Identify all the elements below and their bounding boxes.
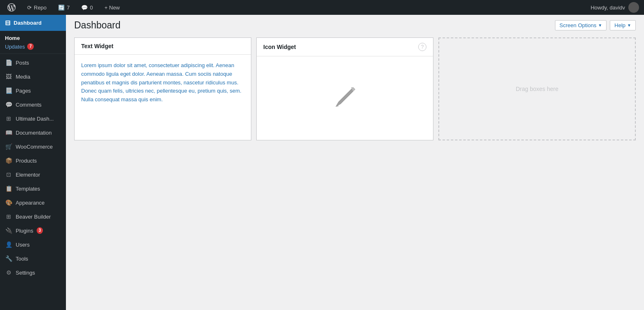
drag-box[interactable]: Drag boxes here — [438, 37, 636, 140]
sidebar-item-pages[interactable]: 📃Pages — [0, 84, 66, 98]
sidebar-item-ultimate-dash[interactable]: ⊞Ultimate Dash... — [0, 112, 66, 126]
sidebar-item-posts[interactable]: 📄Posts — [0, 56, 66, 70]
screen-options-button[interactable]: Screen Options ▼ — [555, 20, 607, 30]
woocommerce-icon: 🛒 — [5, 143, 12, 150]
widgets-area: Text Widget Lorem ipsum dolor sit amet, … — [66, 34, 644, 149]
text-widget-title: Text Widget — [81, 43, 113, 49]
wp-logo-button[interactable] — [5, 0, 18, 15]
sidebar-item-woocommerce[interactable]: 🛒WooCommerce — [0, 140, 66, 154]
sidebar-label-beaver-builder: Beaver Builder — [16, 214, 51, 220]
products-icon: 📦 — [5, 157, 12, 164]
sidebar-label-media: Media — [16, 74, 30, 80]
ultimate-dash-icon: ⊞ — [5, 115, 12, 122]
text-widget: Text Widget Lorem ipsum dolor sit amet, … — [74, 37, 251, 140]
sidebar-item-plugins[interactable]: 🔌Plugins3 — [0, 224, 66, 238]
widget-column-mid: Icon Widget ? — [256, 37, 433, 140]
sidebar-home-section: Home Updates 7 — [0, 31, 66, 52]
comments-icon: 💬 — [81, 5, 88, 11]
sidebar-label-plugins: Plugins — [16, 228, 33, 234]
sidebar-label-elementor: Elementor — [16, 172, 40, 178]
admin-bar-right: Howdy, davidv — [590, 2, 639, 13]
sidebar-label-users: Users — [16, 242, 30, 248]
screen-options-label: Screen Options — [560, 22, 597, 28]
sidebar-item-media[interactable]: 🖼Media — [0, 70, 66, 84]
question-mark-icon: ? — [421, 44, 424, 50]
new-item[interactable]: + New — [102, 0, 122, 15]
repo-label: Repo — [34, 5, 47, 11]
plugins-icon: 🔌 — [5, 227, 12, 234]
sidebar-home-link[interactable]: Home — [5, 34, 61, 42]
admin-bar: ⟳ Repo 🔄 7 💬 0 + New Howdy, davidv — [0, 0, 644, 15]
icon-widget-header: Icon Widget ? — [257, 38, 433, 56]
updates-count: 7 — [67, 5, 70, 11]
new-label: + New — [105, 5, 120, 11]
howdy-label: Howdy, davidv — [590, 5, 625, 11]
sidebar-item-comments[interactable]: 💬Comments — [0, 98, 66, 112]
comments-count: 0 — [90, 5, 93, 11]
sidebar-label-templates: Templates — [16, 186, 40, 192]
pencil-icon — [333, 85, 357, 110]
sidebar-item-elementor[interactable]: ⊡Elementor — [0, 168, 66, 182]
appearance-icon: 🎨 — [5, 199, 12, 206]
main-layout: ⊟ Dashboard Home Updates 7 📄Posts🖼Media📃… — [0, 15, 644, 310]
sidebar-label-comments: Comments — [16, 102, 42, 108]
sidebar-item-templates[interactable]: 📋Templates — [0, 182, 66, 196]
documentation-icon: 📖 — [5, 129, 12, 136]
updates-badge: 7 — [27, 43, 34, 50]
comments-item[interactable]: 💬 0 — [79, 0, 95, 15]
updates-item[interactable]: 🔄 7 — [56, 0, 72, 15]
chevron-down-icon-help: ▼ — [627, 23, 631, 28]
sidebar-item-beaver-builder[interactable]: ⊞Beaver Builder — [0, 210, 66, 224]
sidebar-updates-link[interactable]: Updates 7 — [5, 42, 61, 51]
sidebar-label-woocommerce: WooCommerce — [16, 144, 53, 150]
tools-icon: 🔧 — [5, 255, 12, 262]
help-button[interactable]: Help ▼ — [610, 20, 636, 30]
sidebar-label-pages: Pages — [16, 88, 31, 94]
sidebar-label-appearance: Appearance — [16, 200, 44, 206]
content-header: Dashboard Screen Options ▼ Help ▼ — [66, 15, 644, 34]
sidebar-dashboard-header[interactable]: ⊟ Dashboard — [0, 15, 66, 31]
widget-column-left: Text Widget Lorem ipsum dolor sit amet, … — [74, 37, 251, 140]
sidebar-divider-1 — [0, 54, 66, 54]
posts-icon: 📄 — [5, 59, 12, 66]
sidebar-item-settings[interactable]: ⚙Settings — [0, 266, 66, 280]
text-widget-content: Lorem ipsum dolor sit amet, consectetuer… — [75, 55, 251, 111]
templates-icon: 📋 — [5, 185, 12, 192]
sidebar-item-users[interactable]: 👤Users — [0, 238, 66, 252]
content-area: Dashboard Screen Options ▼ Help ▼ Text W… — [66, 15, 644, 310]
drag-box-label: Drag boxes here — [516, 86, 559, 92]
repo-item[interactable]: ⟳ Repo — [25, 0, 49, 15]
pages-icon: 📃 — [5, 87, 12, 94]
beaver-builder-icon: ⊞ — [5, 213, 12, 220]
sidebar-label-posts: Posts — [16, 60, 29, 66]
users-icon: 👤 — [5, 241, 12, 248]
icon-widget: Icon Widget ? — [256, 37, 433, 140]
elementor-icon: ⊡ — [5, 171, 12, 178]
text-widget-body: Lorem ipsum dolor sit amet, consectetuer… — [81, 61, 244, 104]
page-title: Dashboard — [74, 20, 121, 31]
dashboard-label: Dashboard — [14, 20, 42, 26]
updates-label: Updates — [5, 44, 25, 50]
dashboard-icon: ⊟ — [5, 19, 10, 27]
sidebar-item-tools[interactable]: 🔧Tools — [0, 252, 66, 266]
sidebar-item-documentation[interactable]: 📖Documentation — [0, 126, 66, 140]
updates-icon: 🔄 — [58, 5, 65, 11]
sidebar-item-appearance[interactable]: 🎨Appearance — [0, 196, 66, 210]
sidebar-label-settings: Settings — [16, 270, 35, 276]
user-avatar-icon — [628, 2, 639, 13]
sidebar-label-documentation: Documentation — [16, 130, 52, 136]
sidebar-label-products: Products — [16, 158, 37, 164]
plugins-badge: 3 — [37, 227, 43, 234]
sidebar-items-list: 📄Posts🖼Media📃Pages💬Comments⊞Ultimate Das… — [0, 56, 66, 280]
header-buttons: Screen Options ▼ Help ▼ — [555, 20, 636, 30]
settings-icon: ⚙ — [5, 269, 12, 276]
repo-icon: ⟳ — [27, 5, 32, 11]
media-icon: 🖼 — [5, 73, 12, 80]
help-icon-button[interactable]: ? — [418, 43, 426, 51]
sidebar-item-products[interactable]: 📦Products — [0, 154, 66, 168]
sidebar: ⊟ Dashboard Home Updates 7 📄Posts🖼Media📃… — [0, 15, 66, 310]
comments-icon: 💬 — [5, 101, 12, 108]
widget-column-right: Drag boxes here — [438, 37, 636, 140]
text-widget-header: Text Widget — [75, 38, 251, 55]
icon-widget-content — [257, 56, 433, 139]
